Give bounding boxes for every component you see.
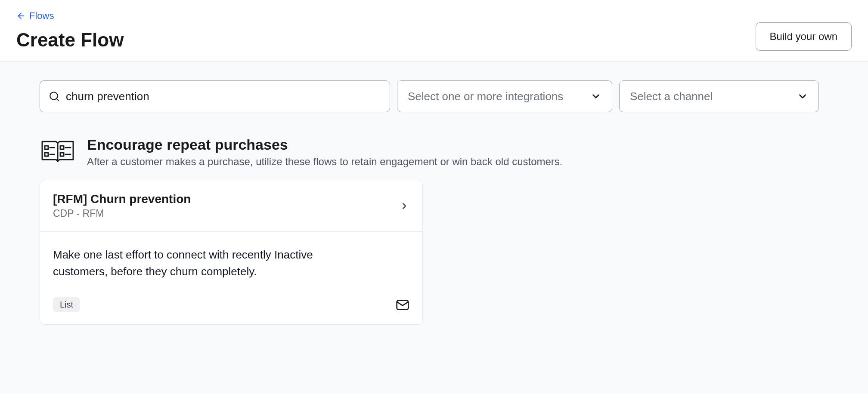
integrations-dropdown[interactable]: Select one or more integrations	[397, 80, 612, 112]
page-header: Flows Create Flow Build your own	[0, 0, 868, 62]
flow-card-body: Make one last effort to connect with rec…	[40, 232, 422, 324]
svg-line-2	[56, 98, 59, 101]
flow-card-description: Make one last effort to connect with rec…	[53, 246, 363, 280]
svg-rect-6	[45, 153, 48, 156]
mail-icon	[396, 298, 409, 312]
svg-rect-10	[60, 153, 64, 156]
catalog-icon	[40, 138, 76, 164]
flow-card-header[interactable]: [RFM] Churn prevention CDP - RFM	[40, 180, 422, 232]
channel-placeholder: Select a channel	[630, 90, 713, 103]
build-your-own-button[interactable]: Build your own	[756, 22, 852, 51]
flow-card-footer: List	[53, 297, 409, 312]
chevron-down-icon	[797, 91, 808, 102]
flow-tag: List	[53, 297, 80, 312]
page-title: Create Flow	[16, 29, 124, 51]
flow-card-subtitle: CDP - RFM	[53, 208, 191, 219]
search-icon	[49, 91, 60, 102]
arrow-left-icon	[16, 11, 26, 21]
svg-rect-4	[45, 146, 48, 149]
chevron-down-icon	[590, 91, 601, 102]
search-field-wrap[interactable]	[40, 80, 390, 112]
content-inner: Select one or more integrations Select a…	[40, 80, 828, 325]
filters-row: Select one or more integrations Select a…	[40, 80, 828, 112]
flow-card: [RFM] Churn prevention CDP - RFM Make on…	[40, 180, 423, 325]
section-header: Encourage repeat purchases After a custo…	[40, 136, 828, 168]
channel-dropdown[interactable]: Select a channel	[619, 80, 819, 112]
header-left: Flows Create Flow	[16, 10, 124, 51]
section-title: Encourage repeat purchases	[87, 136, 563, 153]
content-area: Select one or more integrations Select a…	[0, 62, 868, 394]
chevron-right-icon	[399, 201, 409, 211]
search-input[interactable]	[66, 90, 381, 103]
flow-card-title: [RFM] Churn prevention	[53, 192, 191, 206]
flow-card-heading: [RFM] Churn prevention CDP - RFM	[53, 192, 191, 219]
breadcrumb-flows[interactable]: Flows	[16, 10, 124, 22]
section-description: After a customer makes a purchase, utili…	[87, 156, 563, 168]
integrations-placeholder: Select one or more integrations	[408, 90, 563, 103]
svg-rect-8	[60, 146, 64, 149]
section-text: Encourage repeat purchases After a custo…	[87, 136, 563, 168]
breadcrumb-label: Flows	[29, 10, 54, 22]
